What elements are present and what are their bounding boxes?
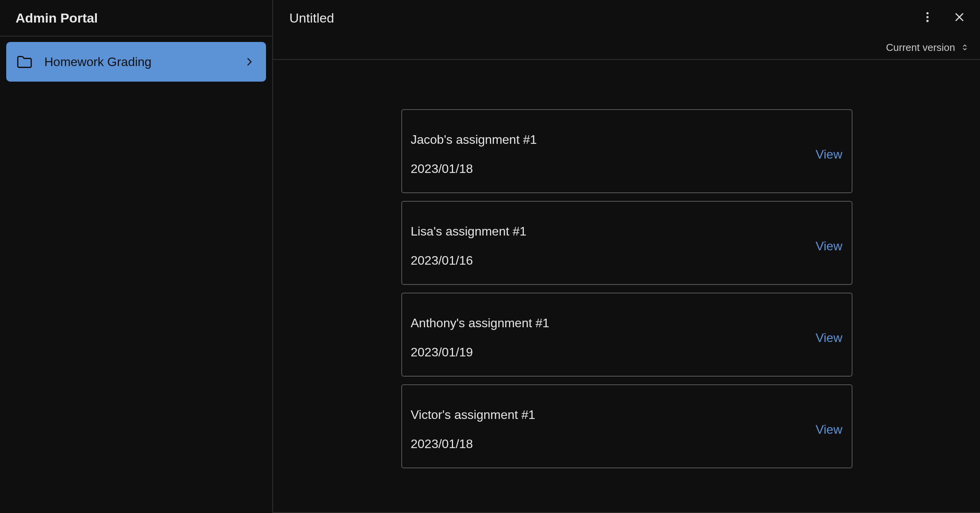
chevron-right-icon — [243, 55, 256, 68]
view-link[interactable]: View — [816, 239, 843, 253]
view-link[interactable]: View — [816, 422, 843, 437]
more-options-button[interactable] — [919, 9, 936, 27]
svg-point-1 — [926, 16, 929, 18]
svg-point-2 — [926, 20, 929, 22]
assignment-list: Jacob's assignment #1 2023/01/18 View Li… — [401, 109, 852, 468]
assignment-date: 2023/01/19 — [411, 345, 816, 359]
assignment-title: Victor's assignment #1 — [411, 408, 816, 422]
assignment-info: Lisa's assignment #1 2023/01/16 — [411, 224, 816, 268]
chevron-up-down-icon — [960, 41, 970, 54]
assignment-date: 2023/01/16 — [411, 253, 816, 268]
subbar: Current version — [273, 36, 980, 60]
topbar: Untitled — [273, 0, 980, 36]
sidebar-item-homework-grading[interactable]: Homework Grading — [6, 42, 266, 82]
version-label: Current version — [886, 42, 955, 54]
main: Untitled — [273, 0, 980, 513]
assignment-card: Victor's assignment #1 2023/01/18 View — [401, 384, 852, 468]
page-title: Untitled — [289, 10, 919, 26]
assignment-title: Lisa's assignment #1 — [411, 224, 816, 239]
view-link[interactable]: View — [816, 331, 843, 345]
assignment-info: Jacob's assignment #1 2023/01/18 — [411, 133, 816, 176]
assignment-card: Anthony's assignment #1 2023/01/19 View — [401, 293, 852, 377]
sidebar-title: Admin Portal — [16, 10, 98, 26]
svg-point-0 — [926, 12, 929, 14]
app-root: Admin Portal Homework Grading Untitl — [0, 0, 980, 513]
close-icon — [954, 11, 965, 24]
close-button[interactable] — [950, 9, 968, 27]
assignment-card: Jacob's assignment #1 2023/01/18 View — [401, 109, 852, 193]
sidebar-body: Homework Grading — [0, 37, 272, 513]
assignment-info: Victor's assignment #1 2023/01/18 — [411, 408, 816, 451]
assignment-date: 2023/01/18 — [411, 437, 816, 451]
assignment-title: Jacob's assignment #1 — [411, 133, 816, 147]
assignment-info: Anthony's assignment #1 2023/01/19 — [411, 316, 816, 359]
version-selector[interactable]: Current version — [886, 41, 970, 54]
folder-icon — [15, 52, 34, 72]
content: Jacob's assignment #1 2023/01/18 View Li… — [273, 60, 980, 513]
sidebar-item-label: Homework Grading — [44, 55, 243, 69]
assignment-card: Lisa's assignment #1 2023/01/16 View — [401, 201, 852, 285]
vertical-dots-icon — [921, 10, 934, 25]
topbar-actions — [919, 9, 968, 27]
assignment-title: Anthony's assignment #1 — [411, 316, 816, 330]
sidebar: Admin Portal Homework Grading — [0, 0, 273, 513]
sidebar-header: Admin Portal — [0, 0, 272, 37]
view-link[interactable]: View — [816, 147, 843, 162]
assignment-date: 2023/01/18 — [411, 162, 816, 176]
